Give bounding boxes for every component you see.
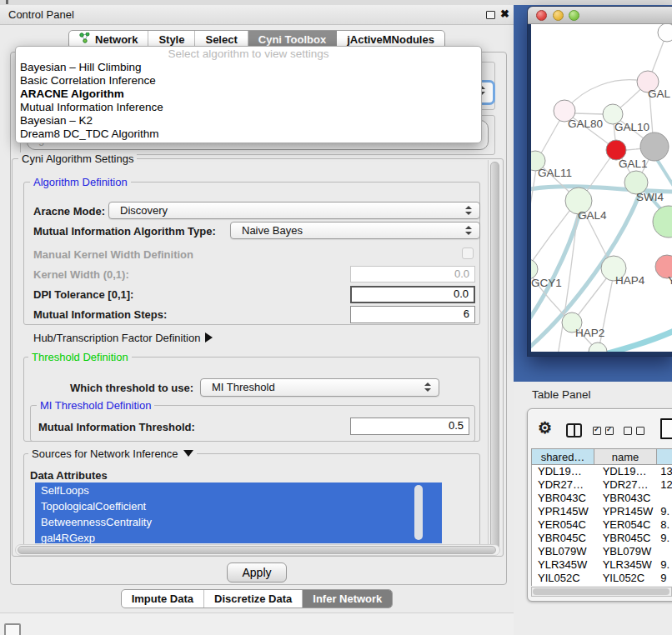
table-panel-title: Table Panel: [532, 388, 591, 401]
table-body: YDL19…YDL19…13YDR27…YDR27…12YBR043CYBR04…: [531, 465, 672, 586]
dpi-tolerance-field[interactable]: 0.0: [350, 286, 475, 303]
node-label-gcy1: GCY1: [531, 277, 562, 289]
close-panel-icon[interactable]: ✖: [500, 8, 509, 20]
manual-kernel-label: Manual Kernel Width Definition: [33, 248, 193, 261]
table-cell: YDL19…: [532, 465, 595, 478]
table-cell: YBR045C: [595, 532, 658, 545]
table-row[interactable]: YDR27…YDR27…12: [532, 478, 672, 492]
scrollbar-thumb[interactable]: [533, 588, 669, 595]
table-row[interactable]: YLR345WYLR345W9.: [532, 558, 672, 572]
tab-label: Impute Data: [132, 590, 193, 608]
close-traffic-light-icon[interactable]: [536, 10, 547, 21]
aracne-mode-value: Discovery: [120, 204, 168, 217]
which-threshold-value: MI Threshold: [212, 381, 275, 393]
settings-vertical-scrollbar[interactable]: [488, 160, 500, 555]
dropdown-item-basic-correlation-inference[interactable]: Basic Correlation Inference: [16, 74, 481, 88]
table-cell: 9.: [657, 532, 672, 545]
table-cell: 12: [657, 478, 672, 492]
unchecked-box-icon[interactable]: [636, 427, 644, 435]
network-canvas[interactable]: GALGAL80GAL10GAL1GAL11SWI4GAL4GCY1HAP4YH…: [528, 24, 672, 356]
manual-kernel-checkbox[interactable]: [462, 248, 474, 259]
network-window: GALGAL80GAL10GAL1GAL11SWI4GAL4GCY1HAP4YH…: [528, 7, 672, 356]
network-node[interactable]: [653, 206, 672, 238]
tab-discretize-data[interactable]: Discretize Data: [204, 590, 303, 608]
table-cell: 9.: [657, 558, 672, 572]
aracne-mode-combobox[interactable]: Discovery: [108, 202, 480, 219]
combo-spinner-icon: [424, 382, 432, 392]
data-attributes-list[interactable]: SelfLoopsTopologicalCoefficientBetweenne…: [35, 482, 442, 543]
attribute-item-topologicalcoefficient[interactable]: TopologicalCoefficient: [35, 498, 442, 514]
table-cell: YIL052C: [595, 572, 658, 585]
attribute-item-gal4rgexp[interactable]: gal4RGexp: [35, 530, 442, 543]
minimize-traffic-light-icon[interactable]: [553, 10, 564, 21]
tab-label: Infer Network: [313, 590, 382, 608]
table-row[interactable]: YBR043CYBR043C: [532, 492, 672, 505]
unchecked-box-icon[interactable]: [624, 427, 632, 435]
table-cell: YDR27…: [595, 478, 658, 492]
table-row[interactable]: YPR145WYPR145W9.: [532, 505, 672, 518]
table-cell: YER054C: [532, 518, 595, 532]
combo-spinner-icon: [465, 226, 473, 235]
tab-impute-data[interactable]: Impute Data: [122, 590, 204, 608]
table-row[interactable]: YBL079WYBL079W: [532, 545, 672, 558]
checked-box-icon[interactable]: [605, 427, 614, 435]
dropdown-item-aracne-algorithm[interactable]: ARACNE Algorithm: [16, 88, 481, 101]
table-row[interactable]: YBR045CYBR045C9.: [532, 532, 672, 545]
node-label-gal80: GAL80: [568, 118, 603, 130]
columns-icon[interactable]: [566, 423, 582, 438]
dropdown-item-dream8-dc-tdc-algorithm[interactable]: Dream8 DC_TDC Algorithm: [16, 128, 481, 141]
algorithm-definition-title: Algorithm Definition: [30, 176, 131, 188]
gear-icon[interactable]: ⚙: [538, 418, 552, 438]
dropdown-item-bayesian-hill-climbing[interactable]: Bayesian – Hill Climbing: [16, 61, 481, 74]
dropdown-item-mutual-information-inference[interactable]: Mutual Information Inference: [16, 101, 481, 114]
sources-title-toggle[interactable]: Sources for Network Inference: [28, 448, 197, 460]
document-icon[interactable]: [660, 418, 672, 439]
network-node[interactable]: [658, 24, 672, 42]
which-threshold-combobox[interactable]: MI Threshold: [200, 378, 439, 397]
network-window-titlebar[interactable]: [528, 7, 672, 24]
table-header-row: shared…nameA: [531, 448, 672, 465]
hub-section-toggle[interactable]: Hub/Transcription Factor Definition: [33, 332, 213, 344]
table-cell: YLR345W: [595, 558, 658, 572]
settings-horizontal-scrollbar[interactable]: [15, 544, 500, 556]
table-cell: 13: [657, 465, 672, 478]
mi-threshold-field[interactable]: 0.5: [350, 418, 469, 435]
network-graph[interactable]: GALGAL80GAL10GAL1GAL11SWI4GAL4GCY1HAP4YH…: [531, 24, 672, 355]
zoom-traffic-light-icon[interactable]: [569, 10, 579, 21]
attribute-item-betweennesscentrality[interactable]: BetweennessCentrality: [35, 514, 442, 530]
tab-infer-network[interactable]: Infer Network: [303, 590, 392, 608]
node-label-gal4: GAL4: [578, 209, 607, 222]
attribute-item-selfloops[interactable]: SelfLoops: [35, 482, 442, 498]
scrollbar-thumb[interactable]: [18, 546, 496, 554]
control-panel-bottom-strip: [0, 612, 514, 635]
table-cell: YPR145W: [595, 505, 658, 518]
table-row[interactable]: YDL19…YDL19…13: [532, 465, 672, 478]
scrollbar-thumb[interactable]: [490, 162, 499, 552]
mi-threshold-label: Mutual Information Threshold:: [38, 421, 195, 433]
algorithm-dropdown-popup: Select algorithm to view settings Bayesi…: [15, 46, 482, 143]
mi-steps-field[interactable]: 6: [350, 306, 475, 323]
dropdown-item-bayesian-k2[interactable]: Bayesian – K2: [16, 114, 481, 128]
apply-button[interactable]: Apply: [227, 562, 287, 582]
network-node[interactable]: [640, 132, 669, 161]
table-row[interactable]: YER054CYER054C8.: [532, 518, 672, 532]
mi-type-combobox[interactable]: Naive Bayes: [230, 222, 480, 239]
column-header-a[interactable]: A: [657, 448, 672, 465]
expand-arrow-icon: [205, 332, 213, 342]
mi-steps-label: Mutual Information Steps:: [33, 308, 167, 321]
mi-threshold-box-title: MI Threshold Definition: [37, 399, 154, 412]
float-panel-icon[interactable]: [486, 11, 495, 19]
kernel-width-field[interactable]: 0.0: [350, 266, 475, 282]
column-header-name[interactable]: name: [594, 448, 657, 465]
table-cell: YPR145W: [532, 505, 595, 518]
mini-window-icon[interactable]: [4, 623, 21, 635]
table-cell: YBL079W: [532, 545, 595, 558]
column-header-shared[interactable]: shared…: [531, 448, 594, 465]
node-label-gal: GAL: [648, 88, 671, 100]
table-row[interactable]: YIL052CYIL052C9: [532, 572, 672, 585]
table-horizontal-scrollbar[interactable]: [531, 587, 672, 597]
node-label-hap4: HAP4: [615, 274, 645, 287]
list-scrollbar-thumb[interactable]: [414, 485, 423, 540]
checked-box-icon[interactable]: [593, 427, 601, 435]
table-cell: 8.: [657, 518, 672, 532]
